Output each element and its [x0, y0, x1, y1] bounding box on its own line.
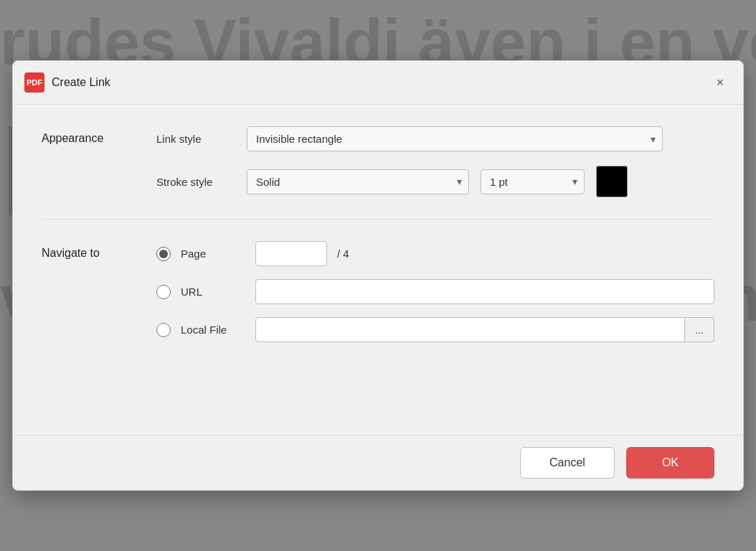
page-total: / 4: [337, 248, 349, 260]
pdf-icon: PDF: [24, 72, 44, 93]
url-radio-label[interactable]: URL: [181, 286, 245, 298]
page-radio-label[interactable]: Page: [181, 248, 245, 260]
stroke-pt-select[interactable]: 1 pt 2 pt 3 pt: [481, 169, 585, 194]
stroke-style-select-wrapper: Solid Dashed Underline ▾: [247, 169, 469, 194]
url-radio-row: URL: [156, 279, 714, 304]
close-icon: ×: [717, 75, 724, 90]
dialog-body: Appearance Link style Invisible rectangl…: [13, 105, 743, 435]
close-button[interactable]: ×: [709, 71, 732, 94]
dialog-title: Create Link: [52, 76, 110, 89]
browse-button[interactable]: ...: [685, 317, 714, 342]
link-style-label: Link style: [156, 133, 235, 145]
ok-label: OK: [662, 456, 679, 468]
page-radio-row: Page / 4: [156, 241, 714, 266]
link-style-select[interactable]: Invisible rectangle Visible rectangle Da…: [247, 126, 663, 151]
local-file-radio-row: Local File ...: [156, 317, 714, 342]
dialog-overlay: PDF Create Link × Appearance Link style: [0, 0, 756, 551]
section-divider: [42, 219, 714, 220]
url-radio[interactable]: [156, 285, 171, 299]
stroke-style-select[interactable]: Solid Dashed Underline: [247, 169, 469, 194]
cancel-button[interactable]: Cancel: [520, 447, 615, 479]
pdf-icon-label: PDF: [27, 78, 42, 87]
navigate-content: Page / 4 URL Local File: [156, 241, 714, 342]
dialog-titlebar: PDF Create Link ×: [13, 61, 743, 105]
navigate-section: Navigate to Page / 4 URL: [42, 241, 714, 342]
browse-icon: ...: [695, 324, 704, 336]
page-input[interactable]: [255, 241, 327, 266]
cancel-label: Cancel: [549, 456, 585, 468]
create-link-dialog: PDF Create Link × Appearance Link style: [12, 60, 744, 491]
file-input-group: ...: [255, 317, 714, 342]
link-style-row: Link style Invisible rectangle Visible r…: [156, 126, 714, 151]
stroke-color-swatch[interactable]: [596, 166, 628, 197]
url-input[interactable]: [255, 279, 714, 304]
local-file-input[interactable]: [255, 317, 685, 342]
link-style-select-wrapper: Invisible rectangle Visible rectangle Da…: [247, 126, 663, 151]
appearance-section: Appearance Link style Invisible rectangl…: [42, 126, 714, 197]
stroke-pt-select-wrapper: 1 pt 2 pt 3 pt ▾: [481, 169, 585, 194]
local-file-radio-label[interactable]: Local File: [181, 324, 245, 336]
dialog-title-left: PDF Create Link: [24, 72, 110, 93]
appearance-label: Appearance: [42, 126, 135, 145]
stroke-style-label: Stroke style: [156, 176, 235, 188]
local-file-radio[interactable]: [156, 323, 171, 337]
appearance-content: Link style Invisible rectangle Visible r…: [156, 126, 714, 197]
ok-button[interactable]: OK: [626, 447, 714, 479]
stroke-style-row: Stroke style Solid Dashed Underline ▾: [156, 166, 714, 197]
navigate-to-label: Navigate to: [42, 241, 135, 260]
dialog-footer: Cancel OK: [13, 435, 743, 490]
page-radio[interactable]: [156, 247, 171, 261]
